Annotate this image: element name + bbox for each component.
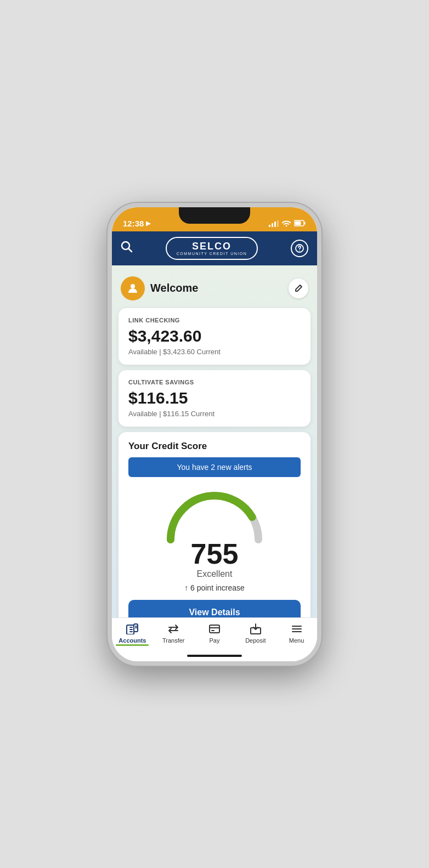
notch <box>179 207 250 224</box>
battery-icon <box>294 220 306 228</box>
nav-label-accounts: Accounts <box>118 637 146 644</box>
phone-frame: 12:38 ▶ <box>108 203 321 666</box>
signal-icon <box>269 220 279 227</box>
nav-item-deposit[interactable]: Deposit <box>235 618 276 646</box>
main-content: Welcome LINK CHECKING $3,423.60 Availabl… <box>112 265 317 617</box>
gauge-container: 755 Excellent <box>128 485 301 579</box>
svg-rect-2 <box>295 221 301 225</box>
pay-icon <box>208 622 221 636</box>
svg-rect-1 <box>304 222 306 224</box>
app-header: SELCO COMMUNITY CREDIT UNION <box>112 231 317 265</box>
account-label-checking: LINK CHECKING <box>128 317 301 324</box>
nav-item-transfer[interactable]: Transfer <box>153 618 194 646</box>
home-indicator <box>112 650 317 661</box>
account-balance-checking: $3,423.60 <box>128 327 301 345</box>
welcome-label: Welcome <box>150 282 198 294</box>
credit-score-card: Your Credit Score You have 2 new alerts … <box>118 432 311 617</box>
credit-score-title: Your Credit Score <box>128 441 301 452</box>
status-time: 12:38 ▶ <box>123 219 150 228</box>
edit-button[interactable] <box>289 279 308 298</box>
score-change: ↑ 6 point increase <box>128 583 301 592</box>
view-details-button[interactable]: View Details <box>128 600 301 617</box>
nav-item-pay[interactable]: Pay <box>194 618 235 646</box>
account-details-checking: Available | $3,423.60 Current <box>128 348 301 356</box>
logo-oval: SELCO COMMUNITY CREDIT UNION <box>166 237 258 260</box>
account-details-savings: Available | $116.15 Current <box>128 410 301 418</box>
alerts-banner[interactable]: You have 2 new alerts <box>128 457 301 477</box>
home-bar <box>187 655 242 657</box>
avatar <box>121 276 145 300</box>
location-icon: ▶ <box>146 220 150 227</box>
welcome-left: Welcome <box>121 276 198 300</box>
help-icon[interactable] <box>291 240 308 257</box>
status-icons <box>269 220 306 228</box>
gauge-svg <box>160 485 269 545</box>
nav-label-deposit: Deposit <box>245 637 266 644</box>
wifi-icon <box>282 220 291 228</box>
svg-point-6 <box>299 250 300 251</box>
account-balance-savings: $116.15 <box>128 389 301 407</box>
search-icon[interactable] <box>121 241 133 256</box>
time-display: 12:38 <box>123 219 144 228</box>
deposit-icon <box>250 622 262 636</box>
credit-score-value: 755 <box>191 540 239 568</box>
menu-icon <box>291 622 303 636</box>
svg-rect-12 <box>210 625 219 633</box>
nav-item-menu[interactable]: Menu <box>276 618 317 646</box>
transfer-icon <box>167 622 179 636</box>
nav-label-pay: Pay <box>210 637 220 644</box>
account-card-checking[interactable]: LINK CHECKING $3,423.60 Available | $3,4… <box>118 308 311 365</box>
accounts-icon <box>126 622 138 636</box>
svg-point-7 <box>131 284 135 288</box>
logo-subtitle: COMMUNITY CREDIT UNION <box>177 252 247 256</box>
account-card-savings[interactable]: CULTIVATE SAVINGS $116.15 Available | $1… <box>118 370 311 427</box>
app-logo: SELCO COMMUNITY CREDIT UNION <box>166 237 258 260</box>
nav-item-accounts[interactable]: Accounts <box>112 618 153 646</box>
welcome-row: Welcome <box>118 274 311 303</box>
account-label-savings: CULTIVATE SAVINGS <box>128 379 301 385</box>
bottom-nav: Accounts Transfer Pay <box>112 617 317 650</box>
nav-label-transfer: Transfer <box>162 637 185 644</box>
logo-title: SELCO <box>177 241 247 251</box>
svg-line-4 <box>129 249 132 252</box>
credit-score-rating: Excellent <box>197 569 233 579</box>
nav-label-menu: Menu <box>289 637 304 644</box>
